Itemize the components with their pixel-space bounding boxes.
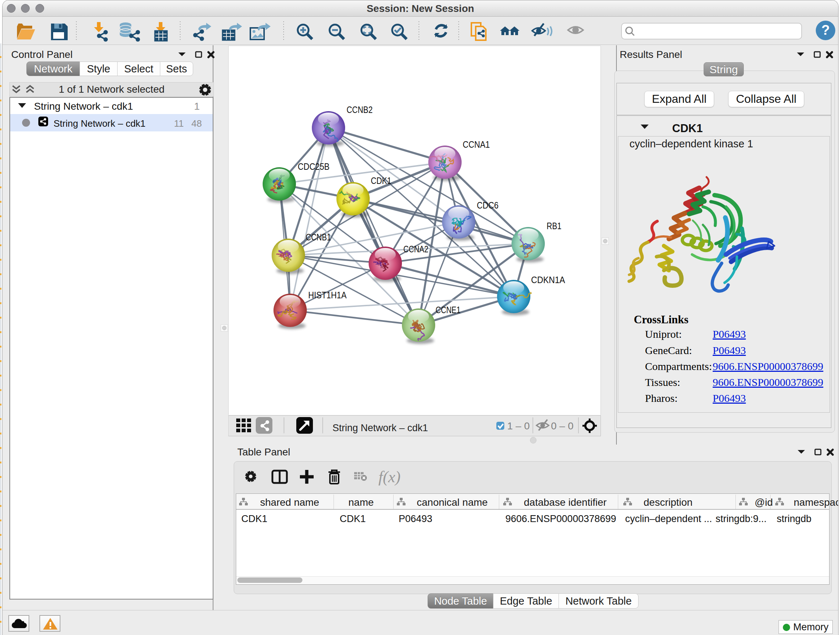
svg-text:CCNA2: CCNA2: [403, 244, 428, 255]
svg-text:CDK1: CDK1: [371, 175, 392, 186]
svg-text:CCNB2: CCNB2: [347, 104, 373, 115]
svg-text:1 – 0: 1 – 0: [507, 420, 530, 432]
svg-text:f(x): f(x): [378, 468, 401, 486]
svg-text:0 – 0: 0 – 0: [551, 420, 573, 432]
svg-text:CDC6: CDC6: [477, 200, 499, 211]
svg-text:CDKN1A: CDKN1A: [531, 274, 565, 285]
svg-text:CCNB1: CCNB1: [306, 232, 331, 242]
svg-text:CCNE1: CCNE1: [436, 304, 461, 315]
svg-text:RB1: RB1: [546, 220, 561, 231]
svg-text:CCNA1: CCNA1: [463, 139, 490, 150]
svg-text:HIST1H1A: HIST1H1A: [308, 290, 347, 301]
svg-text:CDC25B: CDC25B: [298, 161, 330, 172]
